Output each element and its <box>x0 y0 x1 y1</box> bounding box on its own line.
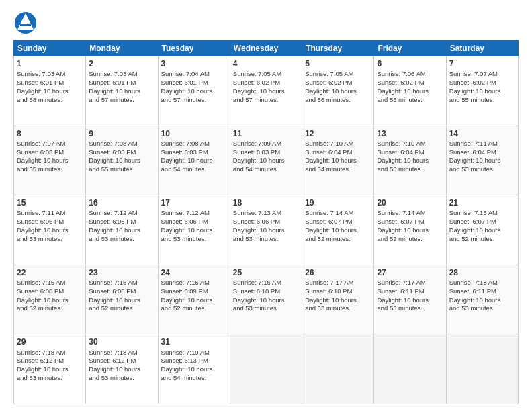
day-number: 8 <box>17 128 83 139</box>
calendar-week-row: 1Sunrise: 7:03 AMSunset: 6:01 PMDaylight… <box>14 56 519 126</box>
calendar-cell: 14Sunrise: 7:11 AMSunset: 6:04 PMDayligh… <box>446 126 518 195</box>
calendar-cell <box>230 334 302 404</box>
calendar-cell: 30Sunrise: 7:18 AMSunset: 6:12 PMDayligh… <box>86 334 158 404</box>
col-header-wednesday: Wednesday <box>230 41 302 56</box>
calendar-cell: 21Sunrise: 7:15 AMSunset: 6:07 PMDayligh… <box>446 195 518 265</box>
day-number: 14 <box>449 128 515 139</box>
calendar-week-row: 15Sunrise: 7:11 AMSunset: 6:05 PMDayligh… <box>14 195 519 265</box>
day-number: 29 <box>17 336 83 347</box>
calendar-cell: 31Sunrise: 7:19 AMSunset: 6:13 PMDayligh… <box>158 334 230 404</box>
calendar-cell: 13Sunrise: 7:10 AMSunset: 6:04 PMDayligh… <box>374 126 446 195</box>
day-number: 30 <box>89 336 154 347</box>
calendar-cell: 11Sunrise: 7:09 AMSunset: 6:03 PMDayligh… <box>230 126 302 195</box>
day-number: 19 <box>305 197 371 208</box>
day-number: 21 <box>449 197 515 208</box>
day-number: 27 <box>377 267 443 278</box>
day-number: 23 <box>89 267 154 278</box>
calendar-cell <box>374 334 446 404</box>
svg-rect-2 <box>20 24 31 26</box>
calendar-cell: 28Sunrise: 7:18 AMSunset: 6:11 PMDayligh… <box>446 265 518 334</box>
col-header-monday: Monday <box>86 41 158 56</box>
calendar-cell: 29Sunrise: 7:18 AMSunset: 6:12 PMDayligh… <box>14 334 86 404</box>
calendar-cell: 23Sunrise: 7:16 AMSunset: 6:08 PMDayligh… <box>86 265 158 334</box>
col-header-saturday: Saturday <box>446 41 518 56</box>
calendar-header-row: SundayMondayTuesdayWednesdayThursdayFrid… <box>14 41 519 56</box>
calendar-cell: 9Sunrise: 7:08 AMSunset: 6:03 PMDaylight… <box>86 126 158 195</box>
calendar-week-row: 29Sunrise: 7:18 AMSunset: 6:12 PMDayligh… <box>14 334 519 404</box>
calendar-cell: 20Sunrise: 7:14 AMSunset: 6:07 PMDayligh… <box>374 195 446 265</box>
day-number: 2 <box>89 58 154 69</box>
day-number: 4 <box>233 58 299 69</box>
col-header-friday: Friday <box>374 41 446 56</box>
calendar-cell: 24Sunrise: 7:16 AMSunset: 6:09 PMDayligh… <box>158 265 230 334</box>
day-number: 9 <box>89 128 154 139</box>
day-number: 11 <box>233 128 299 139</box>
day-number: 25 <box>233 267 299 278</box>
day-number: 7 <box>449 58 515 69</box>
logo <box>13 11 40 35</box>
col-header-tuesday: Tuesday <box>158 41 230 56</box>
day-number: 24 <box>161 267 227 278</box>
calendar-week-row: 22Sunrise: 7:15 AMSunset: 6:08 PMDayligh… <box>14 265 519 334</box>
page: SundayMondayTuesdayWednesdayThursdayFrid… <box>0 0 532 411</box>
calendar-cell: 1Sunrise: 7:03 AMSunset: 6:01 PMDaylight… <box>14 56 86 126</box>
day-number: 1 <box>17 58 83 69</box>
day-number: 6 <box>377 58 443 69</box>
calendar-cell: 27Sunrise: 7:17 AMSunset: 6:11 PMDayligh… <box>374 265 446 334</box>
calendar-cell <box>302 334 374 404</box>
day-number: 16 <box>89 197 154 208</box>
calendar-cell: 12Sunrise: 7:10 AMSunset: 6:04 PMDayligh… <box>302 126 374 195</box>
day-number: 28 <box>449 267 515 278</box>
day-number: 17 <box>161 197 227 208</box>
day-number: 20 <box>377 197 443 208</box>
calendar-cell: 7Sunrise: 7:07 AMSunset: 6:02 PMDaylight… <box>446 56 518 126</box>
calendar-cell: 19Sunrise: 7:14 AMSunset: 6:07 PMDayligh… <box>302 195 374 265</box>
day-number: 22 <box>17 267 83 278</box>
calendar-cell: 16Sunrise: 7:12 AMSunset: 6:05 PMDayligh… <box>86 195 158 265</box>
day-number: 10 <box>161 128 227 139</box>
calendar-cell: 5Sunrise: 7:05 AMSunset: 6:02 PMDaylight… <box>302 56 374 126</box>
day-number: 12 <box>305 128 371 139</box>
calendar-table: SundayMondayTuesdayWednesdayThursdayFrid… <box>13 40 519 404</box>
calendar-cell: 15Sunrise: 7:11 AMSunset: 6:05 PMDayligh… <box>14 195 86 265</box>
col-header-sunday: Sunday <box>14 41 86 56</box>
calendar-cell: 25Sunrise: 7:16 AMSunset: 6:10 PMDayligh… <box>230 265 302 334</box>
day-number: 5 <box>305 58 371 69</box>
day-number: 3 <box>161 58 227 69</box>
calendar-cell: 17Sunrise: 7:12 AMSunset: 6:06 PMDayligh… <box>158 195 230 265</box>
calendar-cell: 6Sunrise: 7:06 AMSunset: 6:02 PMDaylight… <box>374 56 446 126</box>
calendar-cell <box>446 334 518 404</box>
calendar-cell: 2Sunrise: 7:03 AMSunset: 6:01 PMDaylight… <box>86 56 158 126</box>
calendar-cell: 10Sunrise: 7:08 AMSunset: 6:03 PMDayligh… <box>158 126 230 195</box>
header <box>13 11 519 35</box>
calendar-cell: 18Sunrise: 7:13 AMSunset: 6:06 PMDayligh… <box>230 195 302 265</box>
calendar-cell: 26Sunrise: 7:17 AMSunset: 6:10 PMDayligh… <box>302 265 374 334</box>
calendar-cell: 3Sunrise: 7:04 AMSunset: 6:01 PMDaylight… <box>158 56 230 126</box>
day-number: 26 <box>305 267 371 278</box>
day-number: 15 <box>17 197 83 208</box>
day-number: 18 <box>233 197 299 208</box>
col-header-thursday: Thursday <box>302 41 374 56</box>
calendar-cell: 4Sunrise: 7:05 AMSunset: 6:02 PMDaylight… <box>230 56 302 126</box>
day-number: 31 <box>161 336 227 347</box>
logo-icon <box>13 11 38 35</box>
calendar-week-row: 8Sunrise: 7:07 AMSunset: 6:03 PMDaylight… <box>14 126 519 195</box>
calendar-cell: 22Sunrise: 7:15 AMSunset: 6:08 PMDayligh… <box>14 265 86 334</box>
calendar-cell: 8Sunrise: 7:07 AMSunset: 6:03 PMDaylight… <box>14 126 86 195</box>
day-number: 13 <box>377 128 443 139</box>
